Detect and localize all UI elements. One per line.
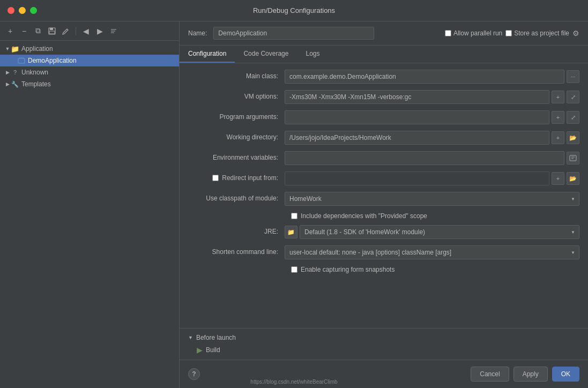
sidebar-item-unknown[interactable]: ▶ ? Unknown — [0, 66, 179, 78]
name-row: Name: Allow parallel run Store as projec… — [180, 21, 588, 46]
remove-config-button[interactable]: − — [18, 25, 30, 37]
apply-button[interactable]: Apply — [513, 367, 548, 382]
ok-button[interactable]: OK — [552, 367, 579, 382]
tab-logs[interactable]: Logs — [297, 46, 328, 63]
capturing-row: Enable capturing form snapshots — [188, 266, 579, 273]
jre-row: JRE: 📁 Default (1.8 - SDK of 'HomeWork' … — [188, 225, 579, 240]
svg-rect-10 — [570, 155, 576, 161]
capturing-label: Enable capturing form snapshots — [301, 266, 395, 273]
add-config-button[interactable]: + — [4, 25, 16, 37]
main-class-browse-button[interactable]: ··· — [567, 70, 579, 83]
working-dir-folder-button[interactable]: 📂 — [567, 131, 579, 144]
maximize-button[interactable] — [30, 7, 37, 14]
save-config-button[interactable] — [46, 25, 58, 37]
sidebar-item-templates[interactable]: ▶ 🔧 Templates — [0, 78, 179, 90]
minimize-button[interactable] — [19, 7, 26, 14]
before-launch-title: Before launch — [196, 334, 236, 341]
app-icon — [17, 56, 26, 65]
redirect-input-row: Redirect input from: + 📂 — [188, 171, 579, 186]
jre-select[interactable]: Default (1.8 - SDK of 'HomeWork' module) — [300, 225, 579, 239]
jre-folder-button[interactable]: 📁 — [285, 226, 297, 238]
sidebar-item-label: DemoApplication — [28, 57, 77, 64]
folder-icon: 📁 — [11, 44, 19, 53]
program-args-label: Program arguments: — [188, 110, 285, 121]
shorten-cmd-row: Shorten command line: user-local default… — [188, 245, 579, 260]
redirect-input-field[interactable] — [285, 171, 549, 185]
build-item: ▶ Build — [188, 346, 579, 354]
svg-rect-2 — [49, 31, 55, 34]
shorten-cmd-select[interactable]: user-local default: none - java [options… — [285, 245, 579, 259]
help-button[interactable]: ? — [188, 368, 200, 380]
redirect-input-control: + 📂 — [285, 171, 579, 185]
bottom-left: ? — [188, 368, 200, 380]
move-down-button[interactable]: ▶ — [94, 25, 106, 37]
vm-options-add-button[interactable]: + — [552, 91, 564, 103]
main-content: + − ⧉ ◀ ▶ — [0, 21, 588, 388]
allow-parallel-checkbox[interactable] — [445, 30, 451, 36]
cancel-button[interactable]: Cancel — [471, 367, 509, 382]
sidebar-item-demoapplication[interactable]: ▶ DemoApplication — [0, 55, 179, 66]
shorten-cmd-label: Shorten command line: — [188, 245, 285, 256]
toolbar-separator-1 — [76, 27, 76, 35]
jre-dropdown-wrap: Default (1.8 - SDK of 'HomeWork' module) — [300, 225, 579, 239]
question-icon: ? — [11, 68, 19, 77]
right-panel: Name: Allow parallel run Store as projec… — [180, 21, 588, 388]
classpath-select[interactable]: HomeWork — [285, 192, 579, 206]
working-dir-add-button[interactable]: + — [552, 131, 564, 144]
name-label: Name: — [188, 29, 207, 37]
env-vars-edit-button[interactable] — [567, 152, 579, 165]
redirect-input-checkbox[interactable] — [212, 175, 219, 181]
window-title: Run/Debug Configurations — [253, 6, 335, 14]
before-launch-section: ▼ Before launch ▶ Build — [180, 328, 588, 360]
sort-button[interactable] — [108, 25, 120, 37]
main-class-input[interactable] — [285, 70, 564, 84]
name-input[interactable] — [213, 27, 374, 40]
capturing-checkbox[interactable] — [291, 266, 297, 273]
main-class-control: ··· — [285, 70, 579, 84]
sidebar-item-label: Application — [21, 45, 53, 53]
program-args-add-button[interactable]: + — [552, 111, 564, 124]
redirect-add-button[interactable]: + — [552, 172, 564, 185]
include-deps-checkbox[interactable] — [291, 213, 297, 219]
edit-config-button[interactable] — [60, 25, 72, 37]
svg-rect-6 — [18, 58, 25, 63]
shorten-cmd-control: user-local default: none - java [options… — [285, 245, 579, 259]
store-project-label: Store as project file — [505, 29, 569, 37]
vm-options-input[interactable] — [285, 90, 549, 104]
gear-button[interactable]: ⚙ — [572, 29, 579, 38]
titlebar: Run/Debug Configurations — [0, 0, 588, 21]
bottom-bar: ? Cancel Apply OK — [180, 360, 588, 388]
sidebar-item-label: Unknown — [21, 69, 48, 76]
sidebar-item-label: Templates — [21, 80, 51, 88]
classpath-control: HomeWork — [285, 192, 579, 206]
env-vars-input[interactable] — [285, 151, 564, 165]
sidebar-item-application[interactable]: ▼ 📁 Application — [0, 43, 179, 55]
move-up-button[interactable]: ◀ — [80, 25, 92, 37]
program-args-input[interactable] — [285, 110, 549, 124]
bottom-right: Cancel Apply OK — [471, 367, 579, 382]
wrench-icon: 🔧 — [11, 80, 19, 88]
window-controls — [8, 7, 37, 14]
tab-code-coverage[interactable]: Code Coverage — [235, 46, 297, 63]
main-class-row: Main class: ··· — [188, 70, 579, 85]
redirect-folder-button[interactable]: 📂 — [567, 172, 579, 185]
env-vars-row: Environment variables: — [188, 151, 579, 166]
close-button[interactable] — [8, 7, 14, 14]
env-vars-control — [285, 151, 579, 165]
include-deps-row: Include dependencies with "Provided" sco… — [188, 212, 579, 220]
before-launch-arrow-icon: ▼ — [188, 335, 193, 340]
vm-options-expand-button[interactable]: ⤢ — [567, 91, 579, 103]
working-dir-label: Working directory: — [188, 131, 285, 141]
store-project-checkbox[interactable] — [505, 30, 512, 36]
before-launch-header[interactable]: ▼ Before launch — [188, 334, 579, 341]
shorten-cmd-dropdown-wrap: user-local default: none - java [options… — [285, 245, 579, 259]
arrow-icon: ▶ — [4, 81, 11, 87]
vm-options-row: VM options: + ⤢ — [188, 90, 579, 105]
program-args-control: + ⤢ — [285, 110, 579, 124]
copy-config-button[interactable]: ⧉ — [32, 25, 44, 37]
tab-configuration[interactable]: Configuration — [180, 46, 235, 63]
working-dir-input[interactable] — [285, 131, 549, 145]
program-args-expand-button[interactable]: ⤢ — [567, 111, 579, 124]
vm-options-control: + ⤢ — [285, 90, 579, 104]
jre-label: JRE: — [188, 225, 285, 235]
